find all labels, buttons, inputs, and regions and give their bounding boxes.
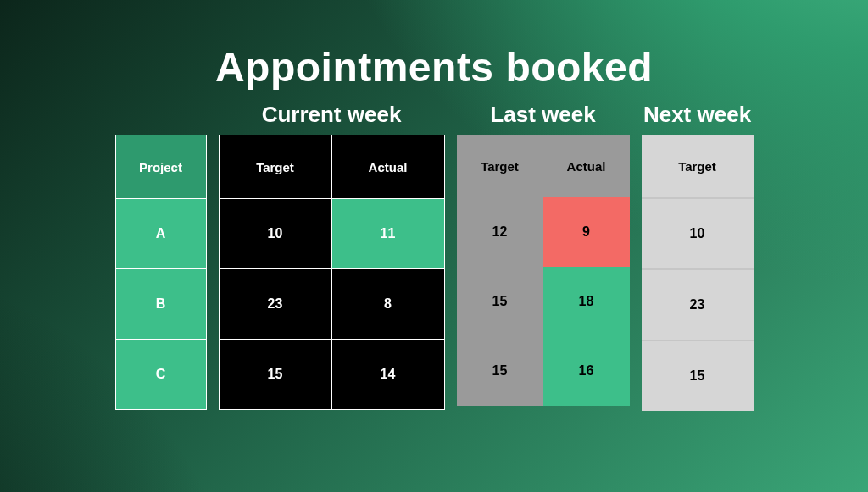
current-target-cell: 15 [219, 340, 331, 410]
current-actual-cell: 8 [331, 269, 444, 340]
current-target-cell: 23 [219, 269, 331, 340]
last-target-header: Target [457, 135, 543, 197]
last-target-cell: 15 [457, 336, 543, 406]
current-actual-cell: 11 [331, 199, 444, 269]
last-actual-header: Actual [543, 135, 630, 197]
next-week-block: Next week Target 10 23 15 [642, 99, 754, 411]
project-row: A [115, 199, 206, 269]
project-column-block: . Project A B C [115, 99, 207, 410]
current-actual-cell: 14 [331, 340, 444, 410]
project-header: Project [115, 135, 206, 199]
last-week-title: Last week [490, 99, 595, 128]
last-actual-cell: 18 [543, 267, 630, 336]
project-row: C [115, 340, 206, 410]
page-title: Appointments booked [0, 44, 868, 91]
current-target-header: Target [219, 135, 331, 199]
last-target-cell: 15 [457, 267, 543, 336]
current-target-cell: 10 [219, 199, 331, 269]
next-target-header: Target [642, 135, 754, 198]
next-target-cell: 10 [642, 198, 754, 269]
next-target-cell: 15 [642, 340, 754, 411]
current-actual-header: Actual [331, 135, 444, 199]
current-week-title: Current week [262, 99, 402, 128]
current-week-table: Target Actual 10 11 23 8 15 14 [219, 135, 445, 410]
last-actual-cell: 9 [543, 197, 630, 267]
next-target-cell: 23 [642, 269, 754, 340]
project-table: Project A B C [115, 135, 207, 410]
next-week-table: Target 10 23 15 [642, 135, 754, 411]
last-target-cell: 12 [457, 197, 543, 267]
project-row: B [115, 269, 206, 340]
next-week-title: Next week [643, 99, 751, 128]
current-week-block: Current week Target Actual 10 11 23 8 15… [219, 99, 445, 410]
last-actual-cell: 16 [543, 336, 630, 406]
last-week-table: Target Actual 12 9 15 18 15 16 [457, 135, 630, 406]
dashboard-grid: . Project A B C Current week Target Actu… [0, 99, 868, 411]
last-week-block: Last week Target Actual 12 9 15 18 15 16 [457, 99, 630, 406]
